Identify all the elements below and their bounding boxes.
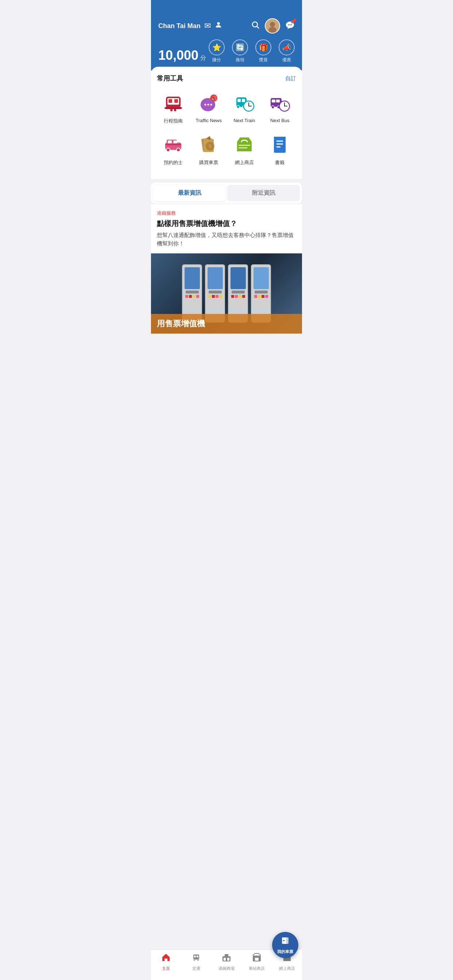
news-content: 港鐵服務 點樣用售票增值機增值？ 想幫八達通配飾增值，又唔想去客務中心排隊？售票…	[151, 204, 302, 253]
tool-traffic[interactable]: 🔊 Traffic News	[193, 89, 225, 127]
svg-point-0	[217, 22, 220, 25]
offers-btn[interactable]: 📣 優惠	[279, 40, 295, 63]
search-icon[interactable]	[251, 21, 260, 31]
svg-text:🔊: 🔊	[291, 21, 293, 24]
redeem-icon: 🔄	[232, 40, 248, 56]
svg-rect-20	[164, 108, 182, 109]
header-actions: ⭐ 賺分 🔄 換領 🎁 獎賞 📣 優惠	[209, 40, 295, 63]
svg-rect-52	[165, 144, 181, 145]
svg-rect-38	[272, 100, 275, 102]
svg-rect-39	[276, 100, 280, 102]
rewards-label: 獎賞	[259, 57, 268, 63]
tools-grid-row1: 行程指南 🔊 Traffic News	[157, 89, 296, 127]
account-icon[interactable]	[214, 21, 222, 31]
taxi-label: 預約的士	[164, 159, 183, 166]
tab-nearby-news[interactable]: 附近資訊	[227, 185, 300, 201]
svg-point-51	[177, 148, 180, 152]
svg-point-10	[291, 24, 292, 25]
tab-latest-news[interactable]: 最新資訊	[153, 185, 226, 201]
news-image[interactable]: 用售票增值機	[151, 253, 302, 334]
tool-bookmark[interactable]: 書籤	[264, 130, 297, 169]
points-unit: 分	[200, 55, 206, 61]
offers-label: 優惠	[282, 57, 291, 63]
news-image-text: 用售票增值機	[157, 319, 205, 328]
svg-rect-16	[174, 99, 178, 103]
svg-point-31	[237, 105, 239, 108]
svg-line-2	[257, 27, 259, 29]
chat-icon[interactable]: 🔊	[285, 20, 295, 32]
svg-point-50	[166, 148, 170, 152]
svg-rect-15	[169, 99, 172, 103]
username-label: Chan Tai Man	[158, 22, 201, 30]
svg-point-24	[207, 104, 209, 106]
tools-section: 常用工具 自訂 行程指南	[151, 67, 302, 179]
traffic-icon: 🔊	[197, 92, 220, 115]
svg-point-25	[211, 104, 212, 106]
svg-rect-49	[173, 140, 177, 143]
tool-journey[interactable]: 行程指南	[157, 89, 190, 127]
tools-grid-row2: 預約的士 $ 購買車票	[157, 130, 296, 169]
news-tabs: 最新資訊 附近資訊	[151, 183, 302, 204]
journey-label: 行程指南	[164, 118, 183, 124]
svg-rect-30	[242, 99, 245, 102]
points-row: 10,000 分 ⭐ 賺分 🔄 換領 🎁 獎賞 📣 優惠	[158, 40, 295, 63]
journey-icon	[161, 92, 185, 115]
points-display: 10,000 分	[158, 48, 206, 63]
svg-point-1	[252, 22, 257, 27]
news-title: 點樣用售票增值機增值？	[157, 219, 296, 228]
customize-button[interactable]: 自訂	[285, 75, 296, 82]
bookmark-label: 書籤	[275, 159, 284, 166]
taxi-icon	[161, 133, 185, 156]
rewards-btn[interactable]: 🎁 獎賞	[255, 40, 271, 63]
rewards-icon: 🎁	[255, 40, 271, 56]
news-image-overlay: 用售票增值機	[151, 314, 302, 334]
redeem-btn[interactable]: 🔄 換領	[232, 40, 248, 63]
next-bus-label: Next Bus	[270, 118, 290, 123]
earn-points-btn[interactable]: ⭐ 賺分	[209, 40, 225, 63]
svg-point-40	[271, 106, 274, 109]
shop-label: 網上商店	[235, 159, 254, 166]
svg-point-9	[290, 24, 291, 25]
tools-header: 常用工具 自訂	[157, 74, 296, 83]
svg-point-23	[205, 104, 206, 106]
svg-point-8	[288, 24, 289, 25]
header-right-icons: 🔊	[251, 18, 295, 33]
earn-icon: ⭐	[209, 40, 225, 56]
news-category: 港鐵服務	[157, 210, 296, 216]
svg-point-5	[268, 27, 276, 33]
svg-text:$: $	[209, 143, 212, 149]
tool-taxi[interactable]: 預約的士	[157, 130, 190, 169]
points-value: 10,000	[158, 48, 198, 63]
svg-point-4	[270, 22, 275, 27]
header-top: Chan Tai Man ✉	[158, 18, 295, 33]
next-train-icon	[233, 92, 256, 115]
tools-title: 常用工具	[157, 74, 183, 83]
earn-label: 賺分	[212, 57, 221, 63]
header: Chan Tai Man ✉	[151, 0, 302, 70]
news-description: 想幫八達通配飾增值，又唔想去客務中心排隊？售票增值機幫到你！	[157, 231, 296, 248]
next-train-label: Next Train	[233, 118, 255, 123]
tool-buy-ticket[interactable]: $ 購買車票	[193, 130, 225, 169]
header-user: Chan Tai Man ✉	[158, 21, 222, 31]
svg-rect-58	[239, 145, 250, 146]
avatar[interactable]	[265, 18, 280, 33]
svg-rect-48	[168, 140, 172, 143]
shop-icon	[233, 133, 256, 156]
svg-rect-59	[239, 147, 247, 148]
buy-ticket-label: 購買車票	[199, 159, 218, 166]
redeem-label: 換領	[236, 57, 244, 63]
bookmark-icon	[268, 133, 292, 156]
tool-next-bus[interactable]: Next Bus	[264, 89, 297, 127]
traffic-label: Traffic News	[196, 118, 222, 123]
svg-text:🔊: 🔊	[211, 95, 217, 101]
buy-ticket-icon: $	[197, 133, 220, 156]
next-bus-icon	[268, 92, 292, 115]
tool-next-train[interactable]: Next Train	[228, 89, 261, 127]
offers-icon: 📣	[279, 40, 295, 56]
message-icon[interactable]: ✉	[204, 21, 211, 30]
tool-shop[interactable]: 網上商店	[228, 130, 261, 169]
svg-rect-29	[238, 99, 241, 102]
